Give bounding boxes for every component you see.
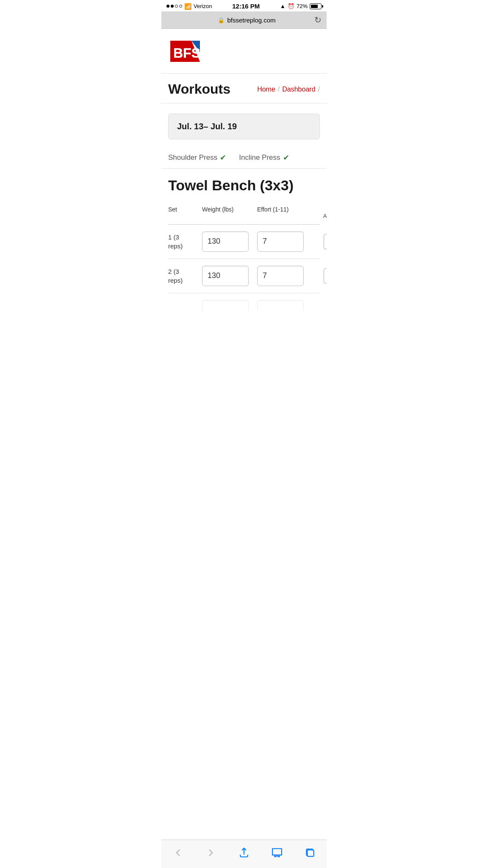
col-weight-header: Weight (lbs) bbox=[202, 206, 257, 220]
status-right: ▲ ⏰ 72% bbox=[280, 3, 322, 9]
set-2-checkbox-cell bbox=[312, 268, 327, 284]
wifi-icon: 📶 bbox=[184, 3, 191, 10]
week-banner: Jul. 13– Jul. 19 bbox=[168, 114, 320, 139]
carrier-label: Verizon bbox=[194, 3, 212, 9]
breadcrumb-sep-2: / bbox=[318, 86, 320, 93]
col-absolutes-header: 5 of 6 Absolutes? bbox=[312, 206, 327, 220]
dot-3 bbox=[175, 5, 178, 8]
browser-bar: 🔒 bfssetreplog.com ↻ bbox=[161, 11, 327, 29]
set-1-effort-input[interactable] bbox=[257, 231, 304, 252]
breadcrumb-dashboard[interactable]: Dashboard bbox=[282, 86, 315, 93]
set-1-weight-input[interactable] bbox=[202, 231, 249, 252]
exercise-tab-incline-press[interactable]: Incline Press ✔ bbox=[239, 153, 289, 162]
set-1-label: 1 (3reps) bbox=[168, 233, 202, 250]
logo-area: BFS bbox=[161, 29, 327, 74]
table-row: 1 (3reps) bbox=[168, 225, 320, 259]
set-2-effort-cell bbox=[257, 266, 312, 286]
week-label: Jul. 13– Jul. 19 bbox=[177, 122, 237, 131]
set-1-effort-cell bbox=[257, 231, 312, 252]
battery-bar bbox=[310, 3, 322, 9]
incline-press-check: ✔ bbox=[283, 153, 289, 162]
breadcrumb-home[interactable]: Home bbox=[257, 86, 275, 93]
set-3-weight-input-partial[interactable] bbox=[202, 300, 249, 310]
incline-press-label: Incline Press bbox=[239, 153, 280, 162]
exercise-tab-shoulder-press[interactable]: Shoulder Press ✔ bbox=[168, 153, 226, 162]
bfs-logo: BFS bbox=[168, 37, 202, 65]
dot-2 bbox=[171, 5, 174, 8]
set-table: Set Weight (lbs) Effort (1-11) 5 of 6 Ab… bbox=[168, 202, 320, 310]
lock-icon: 🔒 bbox=[218, 17, 225, 23]
set-3-weight-partial bbox=[202, 300, 257, 310]
svg-text:BFS: BFS bbox=[173, 45, 200, 61]
main-content: BFS Workouts Home / Dashboard / Jul. 13–… bbox=[161, 29, 327, 353]
shoulder-press-check: ✔ bbox=[220, 153, 226, 162]
set-2-label: 2 (3reps) bbox=[168, 267, 202, 285]
signal-dots bbox=[166, 5, 182, 8]
dot-4 bbox=[179, 5, 182, 8]
set-3-effort-input-partial[interactable] bbox=[257, 300, 304, 310]
set-2-weight-input[interactable] bbox=[202, 266, 249, 286]
col-set-header: Set bbox=[168, 206, 202, 220]
dot-1 bbox=[166, 5, 169, 8]
location-icon: ▲ bbox=[280, 3, 286, 9]
set-3-effort-partial bbox=[257, 300, 312, 310]
set-2-effort-input[interactable] bbox=[257, 266, 304, 286]
url-text: bfssetreplog.com bbox=[227, 17, 275, 24]
refresh-icon[interactable]: ↻ bbox=[314, 15, 322, 25]
page-bottom-pad bbox=[161, 319, 327, 353]
status-left: 📶 Verizon bbox=[166, 3, 212, 10]
battery-indicator bbox=[310, 3, 322, 9]
battery-percent: 72% bbox=[297, 3, 308, 9]
breadcrumb-sep-1: / bbox=[278, 86, 280, 93]
breadcrumb: Home / Dashboard / bbox=[257, 86, 320, 93]
table-row: 2 (3reps) bbox=[168, 259, 320, 293]
set-2-checkbox[interactable] bbox=[324, 268, 327, 284]
set-1-checkbox[interactable] bbox=[324, 234, 327, 249]
header-row: Workouts Home / Dashboard / bbox=[161, 74, 327, 103]
status-bar: 📶 Verizon 12:16 PM ▲ ⏰ 72% bbox=[161, 0, 327, 11]
workout-title: Towel Bench (3x3) bbox=[168, 177, 320, 194]
set-2-weight-cell bbox=[202, 266, 257, 286]
shoulder-press-label: Shoulder Press bbox=[168, 153, 217, 162]
table-header: Set Weight (lbs) Effort (1-11) 5 of 6 Ab… bbox=[168, 202, 320, 225]
exercise-tabs: Shoulder Press ✔ Incline Press ✔ bbox=[161, 146, 327, 169]
page-title: Workouts bbox=[168, 81, 230, 97]
time-label: 12:16 PM bbox=[232, 3, 260, 10]
url-bar[interactable]: 🔒 bfssetreplog.com bbox=[179, 17, 314, 24]
workout-section: Towel Bench (3x3) Set Weight (lbs) Effor… bbox=[161, 169, 327, 319]
table-row-partial bbox=[168, 293, 320, 310]
battery-fill bbox=[311, 5, 318, 8]
set-1-weight-cell bbox=[202, 231, 257, 252]
set-1-checkbox-cell bbox=[312, 234, 327, 249]
col-effort-header: Effort (1-11) bbox=[257, 206, 312, 220]
alarm-icon: ⏰ bbox=[288, 3, 294, 9]
